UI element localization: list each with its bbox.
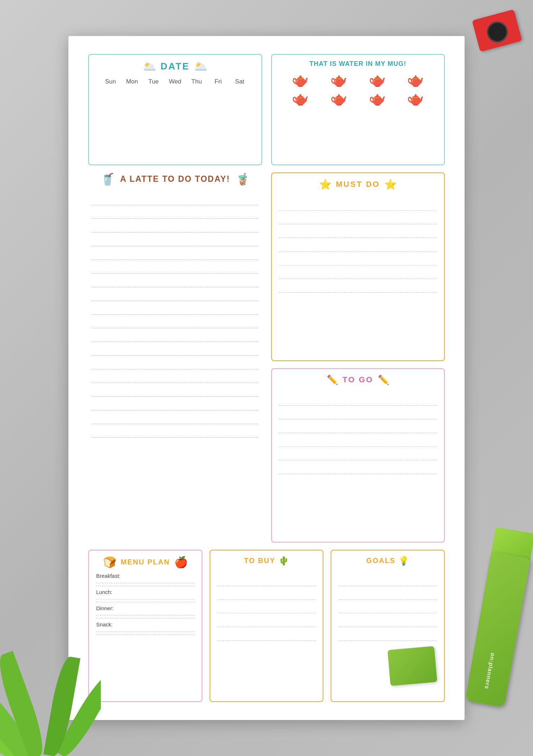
coffee-left-icon: 🥤 [100, 172, 115, 186]
lunch-line-2[interactable] [96, 599, 194, 602]
mustdo-line-6[interactable] [279, 265, 437, 279]
tobuy-line-1[interactable] [218, 572, 316, 586]
menu-item-snack: Snack: [96, 621, 194, 635]
togo-section: ✏️ TO GO ✏️ [271, 368, 445, 543]
cup-3[interactable]: 🫖 [359, 72, 395, 88]
todo-line-8[interactable] [92, 287, 259, 301]
todo-line-5[interactable] [92, 246, 259, 260]
todo-line-11[interactable] [92, 328, 259, 342]
goals-line-4[interactable] [339, 613, 437, 627]
highlighter-brand-text: on:planners [484, 652, 496, 690]
breakfast-label: Breakfast: [96, 573, 194, 579]
menu-item-dinner: Dinner: [96, 605, 194, 618]
todo-line-3[interactable] [92, 219, 259, 233]
todo-lines-container [92, 192, 259, 438]
toast-icon: 🍞 [103, 556, 116, 568]
todo-line-4[interactable] [92, 233, 259, 246]
todo-line-15[interactable] [92, 383, 259, 397]
todo-line-10[interactable] [92, 315, 259, 328]
highlighter-decoration: on:planners [460, 552, 533, 737]
tobuy-line-2[interactable] [218, 586, 316, 600]
cloud-left-icon: 🌥️ [143, 60, 156, 73]
mustdo-line-1[interactable] [279, 197, 437, 211]
breakfast-line[interactable] [96, 580, 194, 583]
todo-line-18[interactable] [92, 424, 259, 438]
dinner-line-2[interactable] [96, 616, 194, 618]
togo-title: TO GO [342, 375, 373, 384]
plant-decoration [0, 540, 101, 756]
menu-title: MENU PLAN [121, 558, 170, 566]
mustdo-lines [279, 194, 437, 296]
todo-line-17[interactable] [92, 410, 259, 424]
breakfast-line-2[interactable] [96, 583, 194, 586]
day-sun: Sun [103, 78, 118, 85]
goals-title: GOALS [366, 557, 395, 565]
cup-2[interactable]: 🫖 [321, 72, 357, 88]
cup-8[interactable]: 🫖 [398, 91, 433, 107]
tobuy-lines [218, 570, 316, 644]
togo-line-2[interactable] [279, 406, 437, 419]
dinner-label: Dinner: [96, 605, 194, 611]
snack-line-2[interactable] [96, 632, 194, 635]
cactus-icon: 🌵 [278, 556, 289, 566]
date-header: 🌥️ DATE 🌥️ [96, 60, 254, 73]
cup-6[interactable]: 🫖 [321, 91, 357, 107]
todo-line-9[interactable] [92, 301, 259, 315]
mustdo-line-5[interactable] [279, 252, 437, 265]
bulb-icon: 💡 [398, 556, 409, 566]
togo-line-3[interactable] [279, 419, 437, 433]
togo-line-5[interactable] [279, 447, 437, 460]
pencil-left-icon: ✏️ [327, 374, 338, 386]
sharpener-decoration [472, 9, 522, 52]
cup-1[interactable]: 🫖 [283, 72, 318, 88]
goals-lines [339, 570, 437, 644]
eraser-decoration [388, 646, 437, 686]
goals-header: GOALS 💡 [339, 556, 437, 566]
togo-line-1[interactable] [279, 392, 437, 406]
todo-line-7[interactable] [92, 274, 259, 287]
date-section: 🌥️ DATE 🌥️ Sun Mon Tue Wed Thu Fri Sat [88, 54, 262, 165]
dinner-line[interactable] [96, 613, 194, 616]
goals-line-5[interactable] [339, 627, 437, 641]
cup-5[interactable]: 🫖 [283, 91, 318, 107]
togo-lines [279, 389, 437, 477]
todo-line-1[interactable] [92, 192, 259, 205]
mustdo-line-7[interactable] [279, 279, 437, 293]
water-section: THAT IS WATER IN MY MUG! 🫖 🫖 🫖 🫖 🫖 🫖 🫖 🫖 [271, 54, 445, 165]
goals-line-2[interactable] [339, 586, 437, 600]
tobuy-line-5[interactable] [218, 627, 316, 641]
todo-line-14[interactable] [92, 369, 259, 383]
menu-items: Breakfast: Lunch: Dinner: Snack: [96, 573, 194, 635]
todo-line-6[interactable] [92, 260, 259, 274]
mustdo-line-4[interactable] [279, 238, 437, 252]
latte-header: 🥤 A LATTE TO DO TODAY! 🧋 [92, 172, 259, 186]
cup-4[interactable]: 🫖 [398, 72, 433, 88]
togo-header: ✏️ TO GO ✏️ [279, 374, 437, 386]
day-wed: Wed [168, 78, 182, 85]
cup-7[interactable]: 🫖 [359, 91, 395, 107]
lunch-line[interactable] [96, 597, 194, 599]
tobuy-title: TO BUY [244, 557, 275, 565]
tobuy-line-4[interactable] [218, 613, 316, 627]
todo-line-12[interactable] [92, 342, 259, 356]
date-title: DATE [161, 61, 190, 72]
mustdo-section: ⭐ MUST DO ⭐ [271, 172, 445, 361]
todo-line-16[interactable] [92, 397, 259, 410]
todo-line-2[interactable] [92, 205, 259, 219]
menu-item-lunch: Lunch: [96, 589, 194, 602]
apple-icon: 🍎 [174, 556, 188, 568]
goals-line-1[interactable] [339, 572, 437, 586]
mustdo-line-2[interactable] [279, 211, 437, 224]
togo-line-4[interactable] [279, 433, 437, 447]
goals-line-3[interactable] [339, 600, 437, 613]
tobuy-line-3[interactable] [218, 600, 316, 613]
latte-section: 🥤 A LATTE TO DO TODAY! 🧋 [88, 172, 262, 543]
day-fri: Fri [211, 78, 225, 85]
mustdo-line-3[interactable] [279, 224, 437, 238]
todo-line-13[interactable] [92, 356, 259, 369]
snack-label: Snack: [96, 621, 194, 627]
tobuy-header: TO BUY 🌵 [218, 556, 316, 566]
togo-line-6[interactable] [279, 460, 437, 474]
water-header: THAT IS WATER IN MY MUG! [279, 60, 437, 68]
snack-line[interactable] [96, 629, 194, 632]
